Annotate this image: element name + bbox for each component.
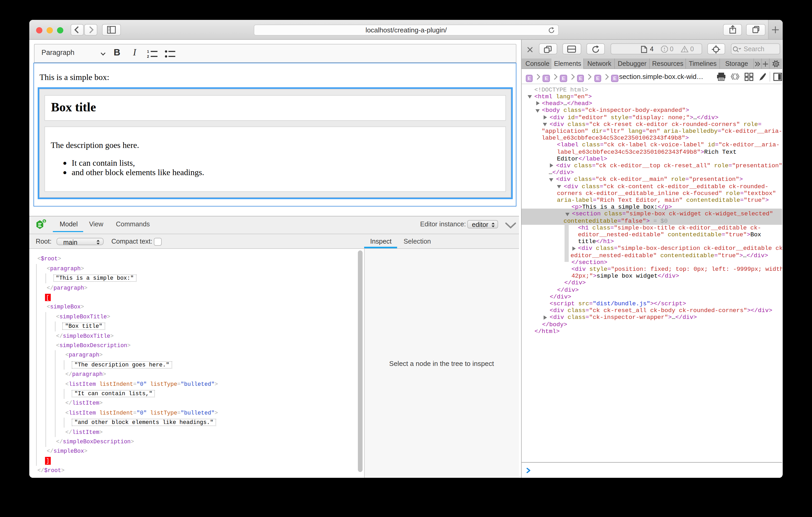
svg-text:5: 5 [44, 219, 45, 223]
svg-text:2: 2 [147, 54, 149, 59]
svg-text:1: 1 [147, 50, 149, 54]
